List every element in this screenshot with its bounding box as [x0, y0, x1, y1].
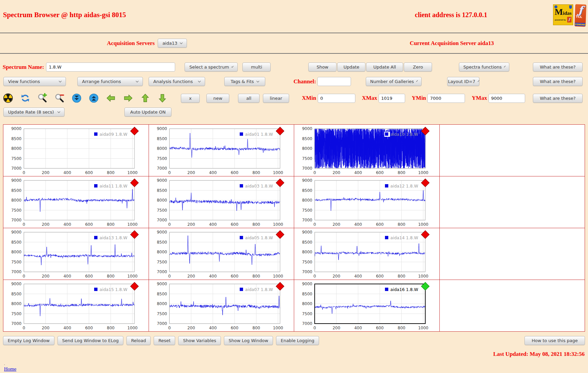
svg-text:0: 0: [313, 326, 316, 330]
svg-text:600: 600: [376, 274, 384, 279]
svg-text:400: 400: [209, 170, 217, 175]
view-functions-dropdown[interactable]: View functions: [3, 77, 66, 86]
spectrum-plot[interactable]: 7000750080008500900002004006008001000aid…: [149, 125, 294, 176]
new-button[interactable]: new: [206, 94, 229, 103]
zero-button[interactable]: Zero: [404, 63, 432, 72]
spectrum-plot[interactable]: 7000750080008500900002004006008001000aid…: [294, 125, 439, 176]
spectrum-plot[interactable]: 7000750080008500900002004006008001000aid…: [149, 280, 294, 331]
zoom-in-icon[interactable]: [37, 93, 47, 103]
spectrum-plot[interactable]: 7000750080008500900002004006008001000aid…: [149, 176, 294, 228]
what-are-these-button-1[interactable]: What are these?: [533, 63, 583, 72]
refresh-icon[interactable]: [20, 93, 30, 103]
spectrum-cell-aida16[interactable]: 7000750080008500900002004006008001000aid…: [294, 280, 439, 331]
svg-text:400: 400: [354, 170, 362, 175]
pan-right-icon[interactable]: [123, 93, 133, 103]
tcl-powered-logo[interactable]: ƒ TCL POWERED: [575, 4, 586, 27]
legend-label: aida09 1.8.W: [100, 132, 127, 137]
x-button[interactable]: x: [181, 94, 200, 103]
pan-down-icon[interactable]: [157, 93, 167, 103]
multi-button[interactable]: multi: [242, 63, 271, 72]
all-button[interactable]: all: [238, 94, 260, 103]
spectrum-cell-aida13[interactable]: 7000750080008500900002004006008001000aid…: [3, 228, 149, 280]
empty-cell: [440, 125, 585, 176]
ymax-input[interactable]: [488, 94, 525, 103]
chevron-down-icon: [57, 110, 60, 113]
channel-input[interactable]: [317, 77, 351, 86]
svg-text:800: 800: [398, 274, 405, 279]
svg-text:9000: 9000: [11, 126, 22, 131]
spectrum-cell-aida05[interactable]: 7000750080008500900002004006008001000aid…: [149, 228, 294, 280]
enable-logging-button[interactable]: Enable Logging: [276, 336, 319, 345]
linear-button[interactable]: linear: [263, 94, 289, 103]
spectrum-plot[interactable]: 7000750080008500900002004006008001000aid…: [3, 228, 148, 280]
xmax-input[interactable]: [379, 94, 405, 103]
what-are-these-button-3[interactable]: What are these?: [533, 94, 583, 103]
svg-text:200: 200: [332, 326, 340, 330]
spectrum-plot[interactable]: 7000750080008500900002004006008001000aid…: [3, 176, 148, 228]
svg-text:1000: 1000: [273, 274, 283, 279]
svg-text:0: 0: [23, 274, 25, 279]
svg-text:7000: 7000: [302, 166, 312, 171]
svg-text:600: 600: [231, 274, 238, 279]
arrange-functions-dropdown[interactable]: Arrange functions: [77, 77, 143, 86]
spectrum-name-label: Spectrum Name:: [3, 64, 44, 71]
radiation-icon[interactable]: [3, 93, 13, 103]
spectrum-plot[interactable]: 7000750080008500900002004006008001000aid…: [3, 125, 148, 176]
pan-up-icon[interactable]: [140, 93, 150, 103]
analysis-functions-dropdown[interactable]: Analysis functions: [149, 77, 205, 86]
pan-left-icon[interactable]: [106, 93, 116, 103]
chevron-down-icon: [180, 41, 183, 44]
spectrum-plot[interactable]: 7000750080008500900002004006008001000aid…: [3, 280, 148, 331]
svg-text:8000: 8000: [11, 250, 22, 254]
show-button[interactable]: Show: [308, 63, 337, 72]
zoom-out-icon[interactable]: [54, 93, 65, 103]
spectrum-plot[interactable]: 7000750080008500900002004006008001000aid…: [294, 228, 439, 280]
auto-update-button[interactable]: Auto Update ON: [124, 108, 171, 117]
channel-label: Channel:: [293, 78, 316, 85]
number-of-galleries-dropdown[interactable]: Number of Galleries: [366, 77, 422, 86]
send-log-to-elog-button[interactable]: Send Log Window to ELog: [57, 336, 123, 345]
home-link[interactable]: Home: [4, 366, 16, 372]
spectra-functions-dropdown[interactable]: Spectra functions: [459, 63, 509, 72]
svg-text:9000: 9000: [11, 282, 22, 286]
svg-text:1000: 1000: [127, 274, 138, 279]
svg-text:7000: 7000: [157, 321, 167, 326]
midas-wordmark: Midas: [553, 9, 573, 16]
empty-log-window-button[interactable]: Empty Log Window: [3, 336, 54, 345]
spectrum-cell-aida14[interactable]: 7000750080008500900002004006008001000aid…: [294, 228, 439, 280]
scroll-down-icon[interactable]: [72, 93, 82, 103]
what-are-these-button-2[interactable]: What are these?: [533, 77, 583, 86]
spectrum-cell-aida10[interactable]: 7000750080008500900002004006008001000aid…: [294, 125, 439, 176]
spectrum-cell-aida03[interactable]: 7000750080008500900002004006008001000aid…: [149, 176, 294, 228]
update-button[interactable]: Update: [337, 63, 365, 72]
show-variables-button[interactable]: Show Variables: [178, 336, 221, 345]
svg-text:0: 0: [23, 222, 25, 227]
spectrum-name-input[interactable]: [46, 63, 175, 72]
spectrum-cell-aida07[interactable]: 7000750080008500900002004006008001000aid…: [149, 280, 294, 331]
reset-button[interactable]: Reset: [154, 336, 175, 345]
svg-text:0: 0: [168, 326, 171, 330]
scroll-up-icon[interactable]: [89, 93, 99, 103]
tags-fits-dropdown[interactable]: Tags & Fits: [224, 77, 265, 86]
update-rate-dropdown[interactable]: Update Rate (8 secs): [3, 108, 65, 117]
spectrum-plot[interactable]: 7000750080008500900002004006008001000aid…: [294, 280, 439, 331]
svg-text:600: 600: [85, 326, 93, 330]
svg-text:9000: 9000: [302, 178, 312, 183]
show-log-window-button[interactable]: Show Log Window: [224, 336, 273, 345]
reload-button[interactable]: Reload: [126, 336, 151, 345]
xmin-input[interactable]: [318, 94, 355, 103]
spectrum-cell-aida12[interactable]: 7000750080008500900002004006008001000aid…: [294, 176, 439, 228]
midas-logo[interactable]: Midas powered by ƒ: [553, 4, 573, 25]
update-all-button[interactable]: Update All: [366, 63, 403, 72]
how-to-use-button[interactable]: How to use this page: [524, 336, 585, 345]
layout-id-dropdown[interactable]: Layout ID=7: [447, 77, 479, 86]
spectrum-cell-aida09[interactable]: 7000750080008500900002004006008001000aid…: [3, 125, 149, 176]
spectrum-plot[interactable]: 7000750080008500900002004006008001000aid…: [294, 176, 439, 228]
spectrum-cell-aida15[interactable]: 7000750080008500900002004006008001000aid…: [3, 280, 149, 331]
spectrum-plot[interactable]: 7000750080008500900002004006008001000aid…: [149, 228, 294, 280]
ymin-input[interactable]: [427, 94, 465, 103]
acquisition-server-select[interactable]: aida13: [158, 39, 187, 48]
select-spectrum-dropdown[interactable]: Select a spectrum: [185, 63, 238, 72]
spectrum-cell-aida11[interactable]: 7000750080008500900002004006008001000aid…: [3, 176, 149, 228]
spectrum-cell-aida01[interactable]: 7000750080008500900002004006008001000aid…: [149, 125, 294, 176]
